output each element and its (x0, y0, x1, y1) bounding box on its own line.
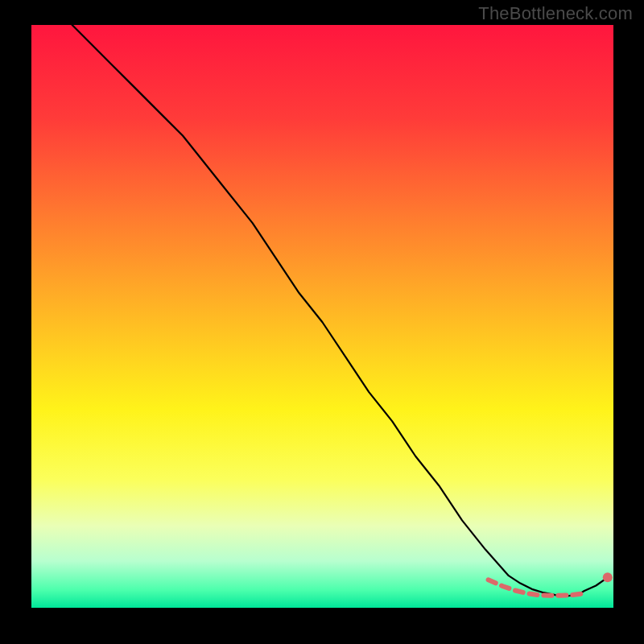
plot-background (31, 25, 613, 608)
chart-svg (0, 0, 644, 644)
marker-highlight-end (603, 572, 613, 582)
watermark-text: TheBottleneck.com (478, 3, 633, 24)
chart-frame: { "watermark": "TheBottleneck.com", "cha… (0, 0, 644, 644)
